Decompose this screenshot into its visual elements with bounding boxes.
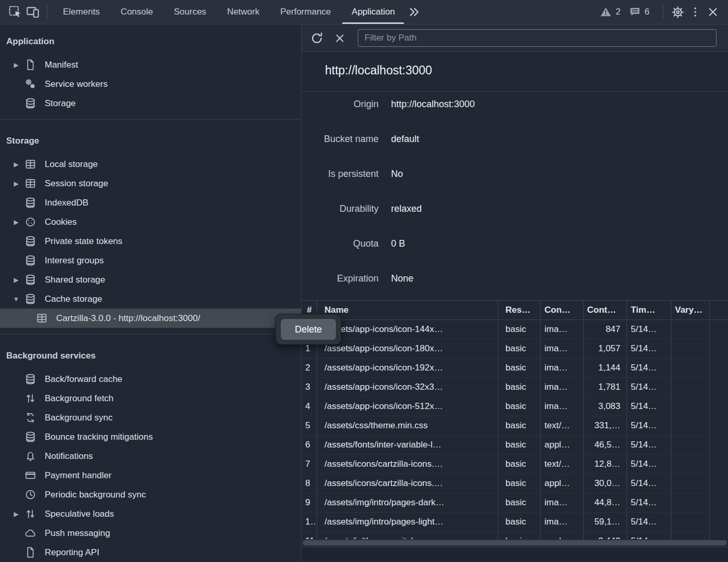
- cell-time: 5/14…: [627, 378, 671, 397]
- cell-res: basic: [498, 416, 541, 436]
- toolbar-separator: [663, 5, 664, 19]
- cell-res: basic: [498, 359, 541, 378]
- detail-label: Bucket name: [302, 133, 379, 145]
- menu-item-delete[interactable]: Delete: [281, 319, 336, 340]
- cell-len: 1,057: [584, 339, 627, 359]
- sidebar-item-label: Push messaging: [45, 528, 110, 539]
- table-row[interactable]: 9/assets/img/intro/pages-dark…basicima…4…: [302, 493, 728, 513]
- tab-sources[interactable]: Sources: [163, 0, 216, 24]
- sidebar-item-speculative-loads[interactable]: ▶Speculative loads: [0, 504, 301, 523]
- sidebar-item-indexeddb[interactable]: IndexedDB: [0, 193, 301, 212]
- table-row[interactable]: 0/assets/app-icons/icon-144x…basicima…84…: [302, 320, 728, 339]
- horizontal-scrollbar[interactable]: [303, 540, 727, 545]
- more-options-icon[interactable]: [686, 3, 704, 21]
- expander-collapsed-icon[interactable]: ▶: [8, 276, 24, 284]
- table-row[interactable]: 1…/assets/img/intro/pages-light…basicima…: [302, 513, 728, 532]
- cell-name: /assets/fonts/inter-variable-l…: [317, 436, 498, 455]
- tab-performance[interactable]: Performance: [270, 0, 341, 24]
- expander-collapsed-icon[interactable]: ▶: [8, 61, 24, 69]
- sidebar-item-storage[interactable]: Storage: [0, 94, 301, 113]
- table-row[interactable]: 4/assets/app-icons/icon-512x…basicima…3,…: [302, 397, 728, 416]
- table-row[interactable]: 8/assets/icons/cartzilla-icons.…basicapp…: [302, 474, 728, 493]
- cell-name: /assets/icons/cartzilla-icons.…: [317, 455, 498, 474]
- tab-application[interactable]: Application: [341, 0, 405, 24]
- cell-res: basic: [498, 397, 541, 416]
- table-row[interactable]: 7/assets/icons/cartzilla-icons.…basictex…: [302, 455, 728, 474]
- cell-time: 5/14…: [627, 474, 671, 493]
- column-header-tim[interactable]: Tim…: [627, 301, 671, 320]
- cell-con: ima…: [541, 359, 584, 378]
- sidebar-item-shared-storage[interactable]: ▶Shared storage: [0, 270, 301, 289]
- sidebar-item-manifest[interactable]: ▶Manifest: [0, 55, 301, 74]
- detail-row-is-persistent: Is persistentNo: [302, 168, 728, 202]
- sidebar-item-private-state-tokens[interactable]: Private state tokens: [0, 232, 301, 251]
- cell-con: appl…: [541, 532, 584, 540]
- table-row[interactable]: 1/assets/app-icons/icon-180x…basicima…1,…: [302, 339, 728, 359]
- cell-time: 5/14…: [627, 493, 671, 513]
- table-row[interactable]: 6/assets/fonts/inter-variable-l…basicapp…: [302, 436, 728, 455]
- cache-entries-table: #NameRes…Con…Cont…Tim…Vary…0/assets/app-…: [302, 300, 728, 540]
- application-sidebar: Application▶ManifestService workersStora…: [0, 24, 302, 562]
- expander-collapsed-icon[interactable]: ▶: [8, 219, 24, 226]
- table-row[interactable]: 11/assets/js/theme-switcher…basicappl…2,…: [302, 532, 728, 540]
- expander-expanded-icon[interactable]: ▼: [8, 296, 24, 303]
- table-row[interactable]: 2/assets/app-icons/icon-192x…basicima…1,…: [302, 359, 728, 378]
- detail-row-bucket-name: Bucket namedefault: [302, 133, 728, 168]
- sidebar-section-items: Back/forward cacheBackground fetchBackgr…: [0, 369, 301, 562]
- sidebar-item-label: Background fetch: [45, 393, 113, 404]
- tab-elements[interactable]: Elements: [53, 0, 110, 24]
- detail-value: relaxed: [391, 202, 422, 215]
- table-row[interactable]: 5/assets/css/theme.min.cssbasictext/…331…: [302, 416, 728, 436]
- column-header-res[interactable]: Res…: [498, 301, 541, 320]
- sidebar-item-notifications[interactable]: Notifications: [0, 446, 301, 466]
- cell-res: basic: [498, 455, 541, 474]
- database-icon: [24, 235, 36, 248]
- sidebar-item-session-storage[interactable]: ▶Session storage: [0, 174, 301, 193]
- settings-gear-icon[interactable]: [669, 3, 686, 21]
- column-header-vary[interactable]: Vary…: [671, 301, 710, 320]
- cell-res: basic: [498, 339, 541, 359]
- cell-len: 30,0…: [584, 474, 627, 493]
- cell-num: 6: [302, 436, 317, 455]
- cell-vary: [671, 513, 710, 532]
- filter-by-path-input[interactable]: [358, 29, 717, 47]
- expander-collapsed-icon[interactable]: ▶: [8, 161, 24, 168]
- console-messages-button[interactable]: 6: [629, 6, 649, 18]
- sidebar-item-bounce-tracking-mitigations[interactable]: Bounce tracking mitigations: [0, 427, 301, 446]
- device-toolbar-icon[interactable]: [24, 3, 42, 21]
- sidebar-item-back-forward-cache[interactable]: Back/forward cache: [0, 369, 301, 389]
- clear-icon[interactable]: [332, 30, 347, 46]
- tab-console[interactable]: Console: [110, 0, 163, 24]
- column-header-name[interactable]: Name: [317, 301, 498, 320]
- inspect-element-icon[interactable]: [6, 3, 24, 21]
- preview-footer: [302, 546, 728, 560]
- warning-icon: [600, 6, 612, 18]
- sidebar-item-cache-storage[interactable]: ▼Cache storage: [0, 289, 301, 309]
- cell-time: 5/14…: [627, 339, 671, 359]
- sidebar-item-push-messaging[interactable]: Push messaging: [0, 523, 301, 543]
- scrollbar-gutter: [710, 397, 728, 416]
- sidebar-item-cookies[interactable]: ▶Cookies: [0, 212, 301, 232]
- sidebar-item-background-sync[interactable]: Background sync: [0, 408, 301, 427]
- sidebar-item-payment-handler[interactable]: Payment handler: [0, 466, 301, 485]
- column-header-con[interactable]: Con…: [541, 301, 584, 320]
- sidebar-item-periodic-background-sync[interactable]: Periodic background sync: [0, 485, 301, 504]
- cell-con: ima…: [541, 378, 584, 397]
- sidebar-item-service-workers[interactable]: Service workers: [0, 74, 301, 94]
- sidebar-item-local-storage[interactable]: ▶Local storage: [0, 155, 301, 174]
- scrollbar-gutter: [710, 513, 728, 532]
- warnings-button[interactable]: 2: [600, 6, 620, 18]
- cell-name: /assets/img/intro/pages-dark…: [317, 493, 498, 513]
- sidebar-item-reporting-api[interactable]: Reporting API: [0, 543, 301, 562]
- sidebar-item-interest-groups[interactable]: Interest groups: [0, 251, 301, 270]
- sidebar-item-cartzilla-3-0-0-http-localhost-3000[interactable]: Cartzilla-3.0.0 - http://localhost:3000/: [0, 309, 301, 328]
- close-devtools-icon[interactable]: [704, 3, 722, 21]
- expander-collapsed-icon[interactable]: ▶: [8, 510, 24, 518]
- sidebar-item-background-fetch[interactable]: Background fetch: [0, 389, 301, 408]
- more-tabs-icon[interactable]: [405, 3, 423, 21]
- refresh-icon[interactable]: [309, 30, 324, 46]
- tab-network[interactable]: Network: [217, 0, 270, 24]
- column-header-cont[interactable]: Cont…: [584, 301, 627, 320]
- table-row[interactable]: 3/assets/app-icons/icon-32x3…basicima…1,…: [302, 378, 728, 397]
- expander-collapsed-icon[interactable]: ▶: [8, 180, 24, 187]
